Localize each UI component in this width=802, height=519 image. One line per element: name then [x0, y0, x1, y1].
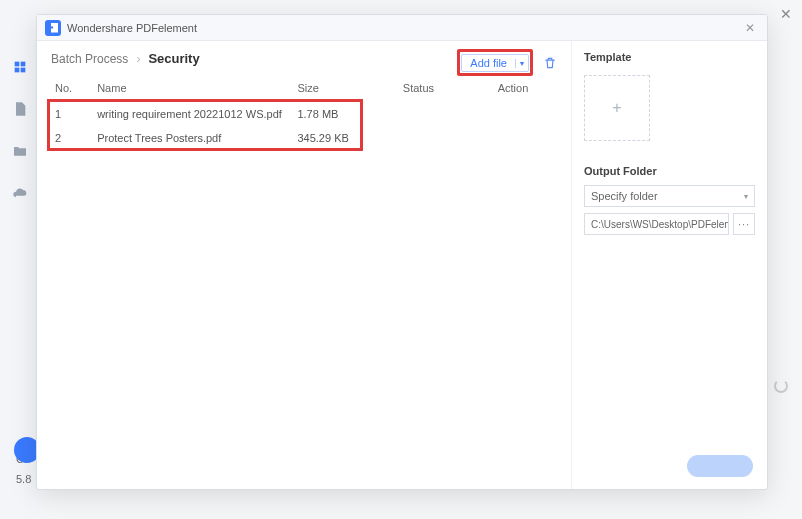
col-header-no: No. [51, 76, 93, 102]
cell-name: writing requirement 20221012 WS.pdf [93, 102, 293, 126]
document-icon[interactable] [11, 100, 29, 118]
col-header-action: Action [494, 76, 557, 102]
output-path-value: C:\Users\WS\Desktop\PDFelement\Sec [591, 219, 729, 230]
table-row[interactable]: 1 writing requirement 20221012 WS.pdf 1.… [51, 102, 557, 126]
output-folder-title: Output Folder [584, 165, 755, 177]
app-title: Wondershare PDFelement [67, 22, 735, 34]
cloud-icon[interactable] [11, 184, 29, 202]
file-table: No. Name Size Status Action 1 writing re… [51, 76, 557, 150]
browse-button[interactable]: ··· [733, 213, 755, 235]
col-header-name: Name [93, 76, 293, 102]
col-header-size: Size [293, 76, 398, 102]
breadcrumb-current: Security [148, 51, 199, 66]
svg-rect-3 [21, 68, 26, 73]
outer-close-icon[interactable]: ✕ [780, 6, 792, 22]
progress-indicator-icon [774, 379, 788, 393]
cell-status [399, 126, 494, 150]
apply-button[interactable] [687, 455, 753, 477]
add-file-label: Add file [462, 57, 515, 69]
cell-status [399, 102, 494, 126]
table-row[interactable]: 2 Protect Trees Posters.pdf 345.29 KB [51, 126, 557, 150]
cell-size: 345.29 KB [293, 126, 398, 150]
template-title: Template [584, 51, 755, 63]
cell-size: 1.78 MB [293, 102, 398, 126]
cell-action [494, 102, 557, 126]
col-header-status: Status [399, 76, 494, 102]
bottom-v: 5.8 [16, 473, 31, 485]
chevron-right-icon: › [136, 52, 140, 66]
cell-name: Protect Trees Posters.pdf [93, 126, 293, 150]
cell-no: 1 [51, 102, 93, 126]
plus-icon: + [612, 99, 621, 117]
specify-folder-select[interactable]: Specify folder ▾ [584, 185, 755, 207]
svg-rect-1 [21, 62, 26, 67]
side-panel: Template + Output Folder Specify folder … [571, 41, 767, 489]
batch-modal: Wondershare PDFelement ✕ Batch Process ›… [36, 14, 768, 490]
home-icon[interactable] [11, 58, 29, 76]
output-path-field[interactable]: C:\Users\WS\Desktop\PDFelement\Sec [584, 213, 729, 235]
chevron-down-icon[interactable]: ▾ [515, 59, 528, 68]
specify-folder-label: Specify folder [591, 190, 658, 202]
main-panel: Batch Process › Security Add file ▾ [37, 41, 571, 489]
add-file-highlight: Add file ▾ [457, 49, 533, 76]
add-file-button[interactable]: Add file ▾ [461, 54, 529, 72]
titlebar: Wondershare PDFelement ✕ [37, 15, 767, 41]
breadcrumb-root[interactable]: Batch Process [51, 52, 128, 66]
close-icon[interactable]: ✕ [741, 19, 759, 37]
app-logo-icon [45, 20, 61, 36]
clear-list-button[interactable] [543, 56, 557, 70]
svg-rect-2 [15, 68, 20, 73]
cell-action [494, 126, 557, 150]
cell-no: 2 [51, 126, 93, 150]
add-template-button[interactable]: + [584, 75, 650, 141]
chevron-down-icon: ▾ [744, 192, 748, 201]
svg-rect-0 [15, 62, 20, 67]
folder-icon[interactable] [11, 142, 29, 160]
